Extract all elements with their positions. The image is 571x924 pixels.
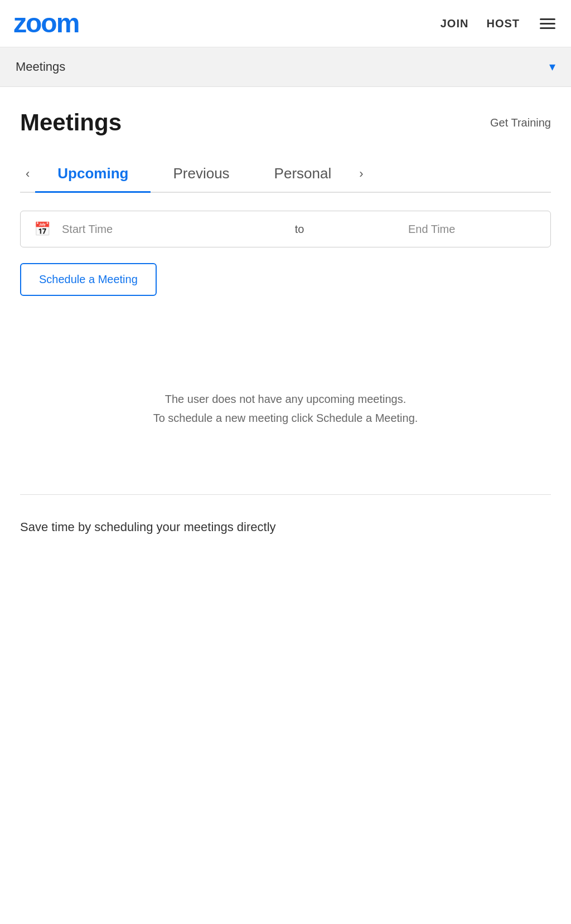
footer-section: Save time by scheduling your meetings di… xyxy=(0,495,571,537)
zoom-logo: zoom xyxy=(13,10,79,37)
empty-state-line2: To schedule a new meeting click Schedule… xyxy=(42,408,529,427)
hamburger-line-2 xyxy=(540,23,555,25)
main-content: Meetings Get Training ‹ Upcoming Previou… xyxy=(0,87,571,494)
get-training-link[interactable]: Get Training xyxy=(490,116,551,129)
nav-bar[interactable]: Meetings ▾ xyxy=(0,47,571,87)
chevron-down-icon[interactable]: ▾ xyxy=(549,60,555,74)
tab-previous[interactable]: Previous xyxy=(151,156,251,193)
header: zoom JOIN HOST xyxy=(0,0,571,47)
page-header: Meetings Get Training xyxy=(20,109,551,136)
hamburger-line-1 xyxy=(540,18,555,20)
empty-state-line1: The user does not have any upcoming meet… xyxy=(42,390,529,408)
header-actions: JOIN HOST xyxy=(441,16,558,31)
start-time-label: Start Time xyxy=(62,223,273,236)
empty-state: The user does not have any upcoming meet… xyxy=(20,323,551,494)
join-button[interactable]: JOIN xyxy=(441,17,469,30)
end-time-label: End Time xyxy=(326,223,537,236)
time-filter-bar[interactable]: 📅 Start Time to End Time xyxy=(20,211,551,247)
tab-left-arrow[interactable]: ‹ xyxy=(20,167,35,181)
tab-personal[interactable]: Personal xyxy=(252,156,354,193)
schedule-meeting-button[interactable]: Schedule a Meeting xyxy=(20,263,157,296)
page-title: Meetings xyxy=(20,109,122,136)
tab-right-arrow[interactable]: › xyxy=(354,167,369,181)
tab-upcoming[interactable]: Upcoming xyxy=(35,156,151,193)
footer-text: Save time by scheduling your meetings di… xyxy=(20,517,551,537)
hamburger-line-3 xyxy=(540,27,555,29)
nav-bar-label: Meetings xyxy=(16,60,65,74)
tabs-container: ‹ Upcoming Previous Personal › xyxy=(20,156,551,193)
hamburger-menu-button[interactable] xyxy=(538,16,558,31)
time-separator: to xyxy=(284,223,316,236)
host-button[interactable]: HOST xyxy=(486,17,520,30)
calendar-icon: 📅 xyxy=(34,221,51,237)
